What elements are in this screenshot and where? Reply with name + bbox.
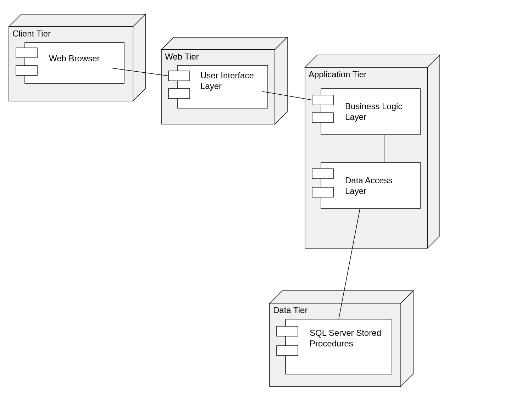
svg-rect-16 <box>168 71 190 81</box>
svg-rect-20 <box>312 113 333 123</box>
node-data-tier-label: Data Tier <box>273 305 307 315</box>
svg-marker-4 <box>275 37 287 124</box>
deployment-diagram: Client Tier Web Tier Application Tier Da… <box>0 0 532 417</box>
node-application-tier: Application Tier <box>305 55 440 248</box>
svg-rect-19 <box>312 95 333 105</box>
component-sql-server-stored-procedures-label: SQL Server Stored Procedures <box>310 328 381 348</box>
svg-rect-13 <box>16 48 37 58</box>
svg-marker-0 <box>9 14 145 27</box>
svg-marker-9 <box>270 291 413 303</box>
svg-marker-1 <box>133 14 145 101</box>
component-user-interface-layer-label: User Interface Layer <box>200 71 254 91</box>
node-web-tier-label: Web Tier <box>165 52 199 61</box>
node-client-tier-label: Client Tier <box>12 29 51 38</box>
component-business-logic-layer: Business Logic Layer <box>312 89 420 135</box>
node-application-tier-label: Application Tier <box>309 70 367 79</box>
svg-rect-17 <box>168 89 190 99</box>
svg-marker-3 <box>161 37 287 50</box>
component-sql-server-stored-procedures: SQL Server Stored Procedures <box>277 319 392 374</box>
component-user-interface-layer: User Interface Layer <box>168 66 268 108</box>
svg-rect-23 <box>312 187 333 197</box>
component-business-logic-layer-label: Business Logic Layer <box>345 101 402 122</box>
component-data-access-layer: Data Access Layer <box>312 162 420 208</box>
svg-marker-7 <box>427 55 440 248</box>
component-web-browser-label: Web Browser <box>49 54 100 63</box>
svg-rect-26 <box>277 346 298 356</box>
svg-marker-6 <box>305 55 440 67</box>
svg-rect-14 <box>16 66 37 76</box>
component-web-browser: Web Browser <box>16 43 124 83</box>
svg-rect-25 <box>277 326 298 336</box>
svg-rect-22 <box>312 169 333 179</box>
svg-marker-10 <box>401 291 413 387</box>
component-data-access-layer-label: Data Access Layer <box>345 176 392 196</box>
